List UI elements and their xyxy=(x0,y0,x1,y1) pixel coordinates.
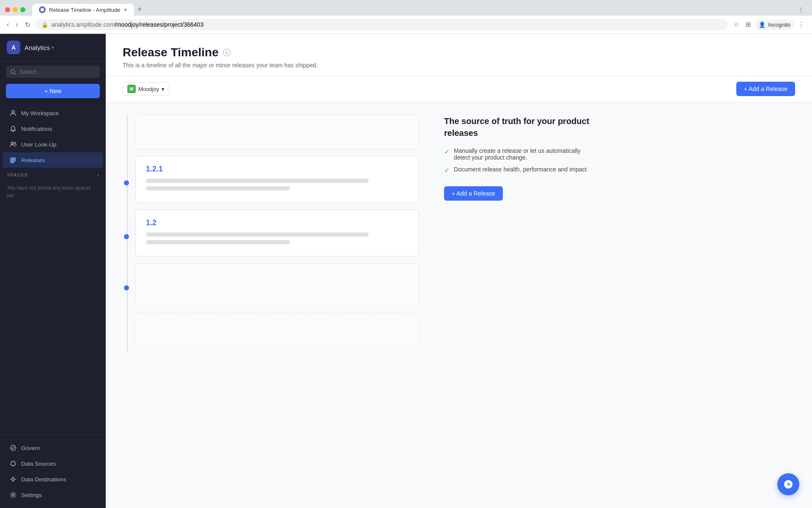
check-icon-1: ✓ xyxy=(444,148,450,156)
new-button-label: + New xyxy=(44,88,61,94)
sidebar-item-data-sources[interactable]: Data Sources xyxy=(3,456,103,471)
maximize-window-btn[interactable] xyxy=(20,7,25,12)
address-bar[interactable]: 🔒 analytics.amplitude.com/moodjoy/releas… xyxy=(36,19,728,30)
sidebar: A Analytics ▾ + New xyxy=(0,34,106,508)
sidebar-item-user-lookup[interactable]: User Look-Up xyxy=(3,137,103,152)
info-icon[interactable]: i xyxy=(223,49,230,56)
sidebar-item-user-lookup-label: User Look-Up xyxy=(21,141,56,148)
timeline-group-2: 1.2.1 xyxy=(135,156,419,210)
add-release-button-top-label: + Add a Release xyxy=(744,86,787,92)
feature-item-1: ✓ Manually create a release or let us au… xyxy=(444,147,592,161)
floating-action-button[interactable] xyxy=(777,473,799,495)
sidebar-item-my-workspace-label: My Workspace xyxy=(21,110,59,116)
svg-point-3 xyxy=(12,110,14,113)
feature-item-1-text: Manually create a release or let us auto… xyxy=(454,147,592,161)
app-layout: A Analytics ▾ + New xyxy=(0,34,812,508)
browser-more-btn[interactable]: ⋮ xyxy=(796,18,807,31)
empty-release-card-1[interactable] xyxy=(135,115,419,149)
timeline-dot-2 xyxy=(124,180,129,185)
project-dropdown-icon: ▾ xyxy=(162,86,165,92)
sidebar-item-my-workspace[interactable]: My Workspace xyxy=(3,105,103,121)
browser-chrome: Release Timeline - Amplitude ✕ + ⋮ ‹ › ↻… xyxy=(0,0,812,34)
release-version-12[interactable]: 1.2 xyxy=(146,218,408,227)
release-card-12[interactable]: 1.2 xyxy=(135,210,419,257)
feature-item-2-text: Document release health, performance and… xyxy=(454,166,587,173)
timeline-group-4 xyxy=(135,263,419,312)
svg-line-2 xyxy=(14,73,16,75)
govern-icon xyxy=(9,444,17,452)
person-icon xyxy=(9,109,17,117)
sidebar-item-settings[interactable]: Settings xyxy=(3,487,103,502)
app-name-chevron: ▾ xyxy=(52,45,54,50)
sidebar-item-notifications[interactable]: Notifications xyxy=(3,121,103,136)
feature-list: ✓ Manually create a release or let us au… xyxy=(444,147,592,174)
page-title-row: Release Timeline i xyxy=(123,46,795,59)
project-selector[interactable]: M Moodjoy ▾ xyxy=(123,82,169,96)
timeline-list: 1.2.1 1.2 xyxy=(123,115,419,353)
spaces-expand-icon[interactable]: › xyxy=(97,172,99,177)
release-version-121[interactable]: 1.2.1 xyxy=(146,165,408,174)
app-logo[interactable]: A xyxy=(7,41,20,54)
timeline-group-3: 1.2 xyxy=(135,210,419,263)
main-content: Release Timeline i This is a timeline of… xyxy=(106,34,812,508)
timeline-section: 1.2.1 1.2 xyxy=(106,102,436,366)
add-release-button-top[interactable]: + Add a Release xyxy=(736,82,795,96)
svg-rect-6 xyxy=(11,158,16,159)
search-input[interactable] xyxy=(19,69,96,75)
add-release-button-panel[interactable]: + Add a Release xyxy=(444,186,503,201)
search-icon xyxy=(10,69,16,75)
reload-btn[interactable]: ↻ xyxy=(23,19,32,30)
skeleton-bar-12-1 xyxy=(146,232,369,237)
extension-btn[interactable]: ⊞ xyxy=(743,18,754,31)
feature-item-2: ✓ Document release health, performance a… xyxy=(444,166,592,174)
sidebar-nav: My Workspace Notifications xyxy=(0,103,106,434)
timeline-group-5 xyxy=(135,312,419,353)
floating-btn-icon xyxy=(783,479,793,489)
empty-release-card-2[interactable] xyxy=(135,263,419,306)
timeline-group-1 xyxy=(135,115,419,156)
svg-rect-7 xyxy=(11,160,16,161)
sidebar-search-box[interactable] xyxy=(6,66,100,78)
tab-title: Release Timeline - Amplitude xyxy=(49,7,120,13)
browser-titlebar: Release Timeline - Amplitude ✕ + ⋮ xyxy=(0,0,812,16)
timeline-dot-4 xyxy=(124,285,129,290)
tab-close-btn[interactable]: ✕ xyxy=(123,7,127,13)
browser-toolbar: ‹ › ↻ 🔒 analytics.amplitude.com/moodjoy/… xyxy=(0,16,812,34)
settings-icon xyxy=(9,491,17,499)
page-title: Release Timeline xyxy=(123,46,219,59)
new-tab-btn[interactable]: + xyxy=(134,3,145,16)
minimize-window-btn[interactable] xyxy=(13,7,18,12)
sidebar-item-govern[interactable]: Govern xyxy=(3,440,103,456)
project-icon: M xyxy=(127,85,136,93)
active-tab[interactable]: Release Timeline - Amplitude ✕ xyxy=(32,4,134,16)
browser-menu-btn[interactable]: ⋮ xyxy=(798,6,807,13)
tab-bar: Release Timeline - Amplitude ✕ + xyxy=(32,3,145,16)
svg-point-5 xyxy=(14,142,16,144)
sidebar-search-container xyxy=(0,61,106,82)
incognito-icon: 👤 xyxy=(759,22,765,28)
skeleton-bar-121-1 xyxy=(146,179,369,183)
new-button[interactable]: + New xyxy=(6,84,100,98)
sidebar-item-releases-label: Releases xyxy=(21,157,45,163)
page-toolbar: M Moodjoy ▾ + Add a Release xyxy=(106,76,812,102)
forward-btn[interactable]: › xyxy=(14,19,19,30)
sidebar-item-govern-label: Govern xyxy=(21,445,40,451)
app-name[interactable]: Analytics ▾ xyxy=(25,44,54,51)
release-card-121[interactable]: 1.2.1 xyxy=(135,156,419,203)
users-icon xyxy=(9,141,17,148)
back-btn[interactable]: ‹ xyxy=(5,19,11,30)
sidebar-item-releases[interactable]: Releases xyxy=(3,152,103,168)
spaces-section-header: SPACES › xyxy=(0,168,106,179)
timeline-dot-3 xyxy=(124,234,129,239)
skeleton-bar-12-2 xyxy=(146,240,290,244)
spaces-empty-message: You have not joined any team spaces yet xyxy=(0,179,106,204)
page-header: Release Timeline i This is a timeline of… xyxy=(106,34,812,76)
traffic-lights xyxy=(5,7,25,12)
lock-icon: 🔒 xyxy=(41,22,48,28)
close-window-btn[interactable] xyxy=(5,7,10,12)
bookmark-btn[interactable]: ☆ xyxy=(731,18,741,31)
info-panel-title: The source of truth for your product rel… xyxy=(444,115,592,139)
empty-release-card-3[interactable] xyxy=(135,312,419,346)
spaces-section-label: SPACES xyxy=(7,172,28,177)
sidebar-item-data-destinations[interactable]: Data Destinations xyxy=(3,472,103,487)
